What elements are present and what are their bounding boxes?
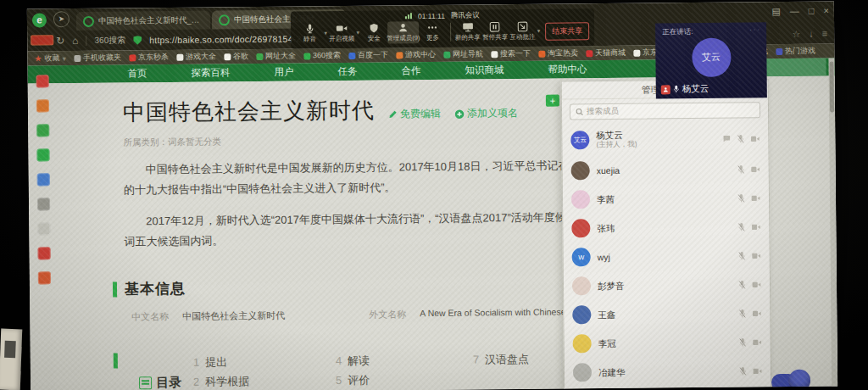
apps-grid-icon[interactable]: ▤ xyxy=(771,6,781,17)
meeting-float-button[interactable] xyxy=(771,370,810,390)
toc-item[interactable]: 1提出 xyxy=(193,352,249,372)
mic-muted-icon[interactable] xyxy=(739,337,747,347)
scrollbar-thumb[interactable] xyxy=(829,61,834,112)
search-engine-label[interactable]: 360搜索 xyxy=(94,34,125,46)
menu-icon[interactable]: ≡ xyxy=(822,28,828,39)
camera-off-icon[interactable] xyxy=(752,281,761,288)
member-row[interactable]: Wwyj xyxy=(564,241,770,271)
add-synonym-link[interactable]: 添加义项名 xyxy=(454,106,518,125)
camera-off-icon[interactable] xyxy=(752,309,761,317)
game-icon[interactable] xyxy=(36,99,49,112)
toc-item[interactable]: 4解读 xyxy=(336,351,381,371)
meeting-button-people[interactable]: 管理成员(9) xyxy=(387,21,419,43)
close-icon[interactable]: × xyxy=(823,5,829,16)
mic-muted-icon[interactable] xyxy=(737,193,745,203)
app-icon[interactable] xyxy=(37,222,50,235)
favorite-icon[interactable] xyxy=(36,75,49,87)
refresh-icon[interactable]: ↻ xyxy=(56,35,64,47)
download-icon[interactable]: ↓ xyxy=(809,28,814,39)
caret-down-icon[interactable]: ▾ xyxy=(537,28,541,35)
nav-item-合作[interactable]: 合作 xyxy=(401,64,420,77)
bookmark-item[interactable]: 百度一下 xyxy=(348,49,388,60)
bookmark-item[interactable]: ★收藏▾ xyxy=(34,53,66,64)
bookmark-item[interactable]: 谷歌 xyxy=(224,51,248,62)
tab-favicon xyxy=(83,15,94,26)
free-edit-link[interactable]: 免费编辑 xyxy=(388,107,441,125)
overlay-options-icon[interactable]: ··· xyxy=(749,25,761,33)
camera-off-icon[interactable] xyxy=(750,135,760,142)
minimize-icon[interactable]: — xyxy=(790,6,799,17)
mic-muted-icon[interactable] xyxy=(738,251,746,260)
meeting-button-shield[interactable]: 安全 xyxy=(360,21,388,43)
mic-muted-icon[interactable] xyxy=(738,280,746,289)
nav-item-任务[interactable]: 任务 xyxy=(337,65,357,78)
note-icon[interactable] xyxy=(36,124,49,136)
member-row[interactable]: 艾云杨艾云(主持人，我) xyxy=(562,122,768,156)
camera-off-icon[interactable] xyxy=(751,223,760,231)
meeting-button-screen[interactable]: 新的共享 xyxy=(453,20,481,42)
shop-icon[interactable] xyxy=(38,247,51,259)
toc-item[interactable]: 7汉语盘点 xyxy=(473,349,529,370)
bookmark-item[interactable]: 淘宝热卖 xyxy=(538,47,578,58)
cloud-icon[interactable] xyxy=(37,173,50,186)
nav-item-知识商城[interactable]: 知识商城 xyxy=(465,64,504,76)
meeting-button-pause[interactable]: 暂停共享 xyxy=(481,20,509,42)
meeting-button-more[interactable]: 更多 xyxy=(419,21,447,43)
toc-item[interactable]: 2科学根据 xyxy=(193,371,249,390)
send-icon[interactable]: ➤ xyxy=(53,11,70,27)
star-icon[interactable]: ☆ xyxy=(792,28,800,39)
bookmark-item[interactable]: 游戏中心 xyxy=(396,49,436,60)
nav-item-帮助中心[interactable]: 帮助中心 xyxy=(548,63,587,75)
bookmark-item[interactable]: 搜索一下 xyxy=(491,48,531,59)
nav-item-探索百科[interactable]: 探索百科 xyxy=(192,66,231,79)
toc-item[interactable]: 5评价 xyxy=(336,370,381,390)
camera-off-icon[interactable] xyxy=(753,338,762,346)
member-row[interactable]: 冶建华 xyxy=(565,356,771,387)
meeting-button-camera[interactable]: 开启视频 xyxy=(328,22,356,44)
speaker-video-window[interactable]: 正在讲话: ··· 艾云 杨艾云 xyxy=(655,22,767,98)
end-share-button[interactable]: 结束共享 xyxy=(545,22,589,40)
member-row[interactable]: 李冠 xyxy=(565,327,771,358)
bookmark-item[interactable]: 网址大全 xyxy=(256,51,296,62)
member-name: 彭梦音 xyxy=(598,281,625,291)
maximize-icon[interactable]: □ xyxy=(809,6,815,17)
member-row[interactable]: xuejia xyxy=(563,154,769,185)
tool-icon[interactable] xyxy=(37,198,50,210)
nav-item-用户[interactable]: 用户 xyxy=(275,66,294,79)
bookmark-item[interactable]: 手机收藏夹 xyxy=(74,53,121,64)
bookmark-item[interactable]: 热门游戏 xyxy=(776,46,815,57)
browser-tab[interactable]: 中国特色社会主义新时代_360百科 xyxy=(76,11,210,31)
url-text[interactable]: https://baike.so.com/doc/26978154-2 xyxy=(149,33,301,45)
camera-off-icon[interactable] xyxy=(753,367,762,375)
bookmark-item[interactable]: 京东秒杀 xyxy=(129,52,169,63)
member-row[interactable]: 王鑫 xyxy=(564,298,770,329)
caret-down-icon[interactable]: ▾ xyxy=(356,30,359,36)
camera-off-icon[interactable] xyxy=(751,165,760,173)
member-row[interactable]: 彭梦音 xyxy=(564,270,770,300)
member-row[interactable]: 李茜 xyxy=(563,183,769,214)
meeting-button-mic[interactable]: 静音 xyxy=(296,22,324,44)
mic-muted-icon[interactable] xyxy=(737,164,745,174)
chat-icon[interactable] xyxy=(722,135,731,143)
mic-muted-icon[interactable] xyxy=(737,134,744,143)
meeting-button-annotate[interactable]: 互动批注 xyxy=(509,20,537,42)
bookmark-item[interactable]: 天猫商城 xyxy=(586,47,626,58)
mic-muted-icon[interactable] xyxy=(737,222,745,231)
collect-button[interactable]: + xyxy=(546,95,559,107)
mic-muted-icon[interactable] xyxy=(738,309,746,318)
caret-down-icon[interactable]: ▾ xyxy=(324,30,327,36)
wechat-icon[interactable] xyxy=(36,148,49,161)
nav-item-首页[interactable]: 首页 xyxy=(128,67,147,80)
bookmark-item[interactable]: 360搜索 xyxy=(303,50,341,61)
bookmark-item[interactable]: 游戏大全 xyxy=(176,51,216,62)
camera-off-icon[interactable] xyxy=(752,252,761,259)
member-row[interactable]: 张玮 xyxy=(563,212,769,242)
mic-muted-icon[interactable] xyxy=(739,366,747,376)
member-search-input[interactable]: 搜索成员 xyxy=(570,102,760,120)
browser-logo-icon[interactable]: e xyxy=(32,13,47,27)
promo-badge[interactable] xyxy=(31,35,53,45)
home-icon[interactable]: ⌂ xyxy=(72,35,78,47)
camera-off-icon[interactable] xyxy=(751,194,760,202)
bookmark-item[interactable]: 网址导航 xyxy=(443,48,483,59)
hot-icon[interactable] xyxy=(38,271,51,284)
